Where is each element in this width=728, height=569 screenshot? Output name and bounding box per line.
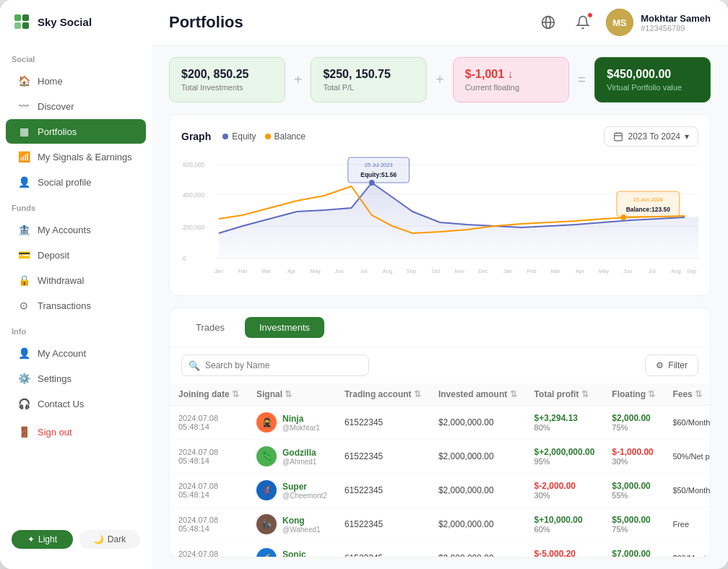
dark-theme-button[interactable]: 🌙 Dark <box>79 530 140 549</box>
col-fees: Fees ⇅ <box>664 383 711 406</box>
sign-out-label: Sign out <box>38 427 72 438</box>
cell-invested-amount: $2,000,000.00 <box>430 542 526 558</box>
cell-floating: $3,000.00 55% <box>603 474 664 508</box>
table-body: 2024.07.08 05:48:14 🥷 Ninja @Mokhtar1 61… <box>170 406 711 558</box>
sidebar-item-contact-us[interactable]: 🎧 Contact Us <box>6 391 146 416</box>
user-profile[interactable]: MS Mokhtar Sameh #123456789 <box>606 9 711 36</box>
cell-trading-account: 61522345 <box>336 508 430 542</box>
svg-text:Jan: Jan <box>503 268 512 274</box>
cell-signal: 🦍 Kong @Waheed1 <box>248 508 336 542</box>
my-account-icon: 👤 <box>17 347 30 359</box>
cell-trading-account: 61522345 <box>336 406 430 440</box>
sidebar-item-deposit[interactable]: 💳 Deposit <box>6 243 146 267</box>
sidebar-section-info: Info 👤 My Account ⚙️ Settings 🎧 Contact … <box>0 318 152 417</box>
cell-floating: $7,000.00 65% <box>603 542 664 558</box>
col-total-profit: Total profit ⇅ <box>526 383 604 406</box>
sidebar-item-portfolios[interactable]: ▦ Portfolios <box>6 119 146 144</box>
cell-invested-amount: $2,000,000.00 <box>430 474 526 508</box>
cell-fees: Free <box>664 508 711 542</box>
sidebar-item-withdrawal[interactable]: 🔒 Withdrawal <box>6 268 146 292</box>
section-label-funds: Funds <box>0 195 152 217</box>
sidebar-item-my-accounts[interactable]: 🏦 My Accounts <box>6 217 146 242</box>
sidebar-item-sign-out[interactable]: 🚪 Sign out <box>6 420 146 444</box>
svg-text:Sep: Sep <box>407 268 416 274</box>
cell-fees: $20/Month+30% <box>664 542 711 558</box>
signals-icon: 📶 <box>17 151 30 162</box>
svg-text:Equity:51.56: Equity:51.56 <box>360 171 396 178</box>
sidebar-item-social-profile[interactable]: 👤 Social profile <box>6 170 146 194</box>
summary-current-floating: $-1,001 ↓ Current floating <box>453 57 569 103</box>
withdrawal-icon: 🔒 <box>17 274 30 286</box>
sidebar-item-discover[interactable]: 〰 Discover <box>6 94 146 118</box>
table-tabs: Trades Investments <box>170 308 710 347</box>
topbar-right: MS Mokhtar Sameh #123456789 <box>537 9 711 36</box>
table-row: 2024.07.08 05:48:14 🦍 Kong @Waheed1 6152… <box>170 508 711 542</box>
svg-text:Jan: Jan <box>214 268 223 274</box>
globe-icon[interactable] <box>537 11 560 34</box>
col-floating: Floating ⇅ <box>603 383 664 406</box>
sidebar-item-transactions[interactable]: ⊙ Transactions <box>6 293 146 318</box>
content-area: $200, 850.25 Total Investments + $250, 1… <box>152 45 728 569</box>
sidebar-section-funds: Funds 🏦 My Accounts 💳 Deposit 🔒 Withdraw… <box>0 195 152 318</box>
logo-icon <box>12 12 32 32</box>
date-range-button[interactable]: 2023 To 2024 ▾ <box>604 126 698 147</box>
sidebar-item-settings-label: Settings <box>38 373 72 384</box>
svg-rect-5 <box>615 133 623 141</box>
sidebar-section-social: Social 🏠 Home 〰 Discover ▦ Portfolios 📶 … <box>0 46 152 195</box>
svg-text:MS: MS <box>612 17 627 28</box>
graph-title-row: Graph Equity Balance <box>181 131 306 142</box>
home-icon: 🏠 <box>17 75 30 87</box>
filter-icon: ⚙ <box>656 360 664 370</box>
main-content: Portfolios MS M <box>152 0 728 569</box>
cell-fees: $50/Month <box>664 474 711 508</box>
cell-fees: 50%/Net profit <box>664 440 711 474</box>
light-theme-button[interactable]: ✦ Light <box>12 530 73 549</box>
svg-text:May: May <box>599 268 609 274</box>
svg-text:Apr: Apr <box>287 268 296 274</box>
transactions-icon: ⊙ <box>17 300 30 311</box>
sidebar-item-my-account[interactable]: 👤 My Account <box>6 341 146 365</box>
moon-icon: 🌙 <box>93 534 104 544</box>
operator-plus-2: + <box>433 71 447 88</box>
sidebar-item-discover-label: Discover <box>38 101 74 112</box>
search-input[interactable] <box>181 355 369 376</box>
current-floating-value: $-1,001 ↓ <box>465 68 557 81</box>
cell-joining-date: 2024.07.08 05:48:14 <box>170 542 248 558</box>
sidebar-item-accounts-label: My Accounts <box>38 225 91 235</box>
svg-text:Dec: Dec <box>479 268 489 274</box>
cell-signal: ⚡ Sonic @Mustafa23 <box>248 542 336 558</box>
cell-floating: $2,000.00 75% <box>603 406 664 440</box>
tab-trades[interactable]: Trades <box>181 317 239 338</box>
graph-header: Graph Equity Balance <box>181 126 698 147</box>
svg-text:Jun: Jun <box>334 268 343 274</box>
portfolios-icon: ▦ <box>17 126 30 137</box>
tab-investments[interactable]: Investments <box>245 317 324 338</box>
svg-text:Mar: Mar <box>551 268 560 274</box>
sidebar-item-home[interactable]: 🏠 Home <box>6 69 146 93</box>
deposit-icon: 💳 <box>17 249 30 261</box>
cell-joining-date: 2024.07.08 05:48:14 <box>170 406 248 440</box>
filter-button[interactable]: ⚙ Filter <box>645 355 698 376</box>
graph-legend: Equity Balance <box>222 131 306 142</box>
cell-total-profit: $-5,000.20 20% <box>526 542 604 558</box>
table-header-row: Joining date ⇅ Signal ⇅ Trading account … <box>170 383 711 406</box>
table-row: 2024.07.08 05:48:14 🥷 Ninja @Mokhtar1 61… <box>170 406 711 440</box>
svg-text:600,000: 600,000 <box>183 161 205 168</box>
table-row: 2024.07.08 05:48:14 🦸 Super @Cheemont2 6… <box>170 474 711 508</box>
notification-bell-icon[interactable] <box>571 11 594 34</box>
theme-switcher: ✦ Light 🌙 Dark <box>0 521 152 557</box>
settings-icon: ⚙️ <box>17 373 30 384</box>
sidebar-item-portfolios-label: Portfolios <box>38 126 77 137</box>
social-profile-icon: 👤 <box>17 176 30 188</box>
svg-point-20 <box>369 180 375 186</box>
sidebar-item-signals[interactable]: 📶 My Signals & Earnings <box>6 144 146 169</box>
sidebar-item-settings[interactable]: ⚙️ Settings <box>6 366 146 391</box>
col-signal: Signal ⇅ <box>248 383 336 406</box>
search-wrap: 🔍 <box>181 355 369 376</box>
investments-table: Joining date ⇅ Signal ⇅ Trading account … <box>170 383 711 557</box>
accounts-icon: 🏦 <box>17 224 30 235</box>
sidebar: Sky Social Social 🏠 Home 〰 Discover ▦ Po… <box>0 0 152 569</box>
summary-total-investments: $200, 850.25 Total Investments <box>169 57 285 103</box>
sun-icon: ✦ <box>27 534 35 544</box>
col-trading-account: Trading account ⇅ <box>336 383 430 406</box>
